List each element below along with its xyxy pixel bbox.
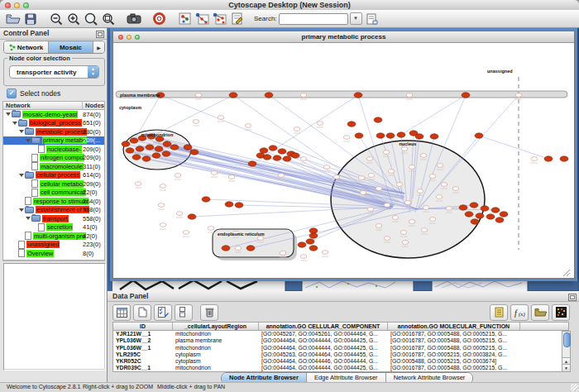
search-dropdown-button[interactable]: ▼ — [350, 12, 362, 25]
panel-splitter[interactable] — [2, 261, 105, 261]
network-node-unselected[interactable] — [135, 182, 141, 186]
network-node-selected[interactable] — [347, 122, 356, 127]
network-node-selected[interactable] — [355, 133, 363, 138]
import-attribute-file-button[interactable] — [531, 304, 549, 321]
attribute-select-button[interactable] — [112, 304, 131, 321]
network-node-selected[interactable] — [188, 214, 196, 219]
network-node-unselected[interactable] — [367, 208, 374, 212]
network-node-selected[interactable] — [465, 212, 473, 217]
network-node-unselected[interactable] — [376, 224, 382, 228]
search-input[interactable] — [279, 13, 348, 25]
network-node-unselected[interactable] — [436, 195, 443, 199]
network-node-unselected[interactable] — [294, 127, 300, 131]
network-node-selected[interactable] — [163, 141, 171, 146]
column-header[interactable]: annotation.GO MOLECULAR_FUNCTION — [388, 323, 520, 330]
network-node-selected[interactable] — [132, 155, 141, 160]
network-node-selected[interactable] — [184, 145, 192, 150]
save-session-button[interactable] — [22, 11, 39, 26]
network-node-unselected[interactable] — [360, 191, 366, 195]
network-node-unselected[interactable] — [183, 231, 189, 235]
scroll-down-button[interactable]: ▼ — [562, 364, 570, 371]
function-builder-button[interactable]: f(x) — [510, 304, 529, 321]
tree-header-nodes[interactable]: Nodes — [83, 102, 104, 109]
tab-network[interactable]: Network — [4, 41, 49, 53]
network-node-selected[interactable] — [386, 133, 395, 138]
network-node-unselected[interactable] — [228, 175, 235, 179]
network-node-unselected[interactable] — [421, 228, 428, 232]
network-node-unselected[interactable] — [396, 183, 403, 187]
network-node-unselected[interactable] — [280, 251, 286, 256]
network-node-selected[interactable] — [376, 133, 385, 138]
network-node-selected[interactable] — [248, 161, 256, 166]
import-network-button[interactable] — [194, 11, 211, 26]
column-header[interactable]: _cellularLayoutRegion — [173, 323, 259, 330]
table-row[interactable]: YPL036W__1mitochondrion[GO:0044464, GO:0… — [113, 345, 568, 351]
network-node-unselected[interactable] — [392, 216, 399, 220]
network-node-selected[interactable] — [229, 93, 237, 98]
network-node-unselected[interactable] — [409, 165, 415, 170]
network-node-unselected[interactable] — [160, 223, 166, 227]
table-row[interactable]: YJR121W__1mitochondrion[GO:0045267, GO:0… — [113, 331, 568, 337]
network-node-selected[interactable] — [260, 148, 268, 153]
network-node-unselected[interactable] — [429, 174, 436, 179]
disclosure-triangle-icon[interactable] — [26, 217, 31, 220]
network-node-unselected[interactable] — [423, 206, 429, 210]
tree-item[interactable]: Overview8(0) — [3, 249, 104, 258]
network-node-unselected[interactable] — [417, 189, 423, 194]
network-node-unselected[interactable] — [368, 174, 375, 178]
scrollbar-thumb[interactable] — [563, 332, 571, 347]
disclosure-triangle-icon[interactable] — [19, 174, 24, 177]
network-node-unselected[interactable] — [531, 157, 538, 161]
open-session-button[interactable] — [4, 11, 22, 26]
network-node-selected[interactable] — [486, 214, 495, 219]
network-node-unselected[interactable] — [218, 116, 224, 120]
network-node-selected[interactable] — [222, 246, 230, 251]
network-window-titlebar[interactable]: primary metabolic process — [113, 31, 574, 43]
network-node-selected[interactable] — [354, 93, 362, 98]
network-node-selected[interactable] — [462, 93, 470, 98]
network-node-selected[interactable] — [136, 146, 144, 151]
network-node-selected[interactable] — [560, 156, 568, 161]
new-network-button[interactable] — [176, 11, 194, 26]
network-node-unselected[interactable] — [400, 231, 407, 235]
network-node-selected[interactable] — [190, 150, 199, 155]
new-attribute-button[interactable] — [133, 304, 151, 321]
float-data-panel-icon[interactable] — [568, 294, 577, 301]
tree-item[interactable]: cell communicat22(0) — [3, 189, 104, 198]
network-node-unselected[interactable] — [245, 124, 251, 128]
network-node-selected[interactable] — [202, 197, 210, 202]
network-node-unselected[interactable] — [300, 255, 307, 259]
table-row[interactable]: YPL036W__2plasma membrane[GO:0044464, GO… — [113, 337, 568, 344]
network-edge[interactable] — [401, 95, 466, 135]
network-node-selected[interactable] — [263, 155, 271, 160]
network-node-unselected[interactable] — [195, 93, 202, 98]
network-node-unselected[interactable] — [446, 207, 452, 211]
matrix-view-button[interactable] — [552, 304, 570, 321]
network-node-selected[interactable] — [471, 219, 479, 224]
search-options-button[interactable] — [364, 11, 381, 26]
tree-item[interactable]: mosaic-demo-yeast874(0) — [3, 110, 104, 119]
disclosure-triangle-icon[interactable] — [19, 130, 24, 133]
tree-item[interactable]: unassigned223(0) — [3, 241, 104, 250]
network-node-unselected[interactable] — [208, 227, 214, 231]
network-node-unselected[interactable] — [515, 93, 522, 98]
disclosure-triangle-icon[interactable] — [12, 122, 17, 125]
network-node-unselected[interactable] — [383, 151, 390, 155]
network-node-selected[interactable] — [155, 146, 163, 151]
zoom-fit-button[interactable] — [82, 11, 99, 26]
resize-grip[interactable] — [571, 384, 578, 391]
network-node-unselected[interactable] — [278, 174, 285, 178]
network-node-unselected[interactable] — [388, 170, 395, 174]
tree-item[interactable]: biological_process651(0) — [3, 119, 104, 128]
network-node-unselected[interactable] — [384, 203, 390, 208]
snapshot-button[interactable] — [125, 11, 142, 26]
network-node-selected[interactable] — [162, 151, 170, 156]
column-header[interactable]: ID — [113, 323, 173, 330]
network-canvas[interactable]: plasma membrane cytoplasm mitochondrion … — [113, 43, 571, 277]
zoom-selected-button[interactable] — [99, 11, 117, 26]
network-node-selected[interactable] — [146, 145, 154, 150]
table-vertical-scrollbar[interactable]: ▲ ▼ — [562, 331, 571, 372]
network-node-selected[interactable] — [476, 213, 484, 218]
network-node-selected[interactable] — [475, 133, 483, 138]
network-node-selected[interactable] — [500, 212, 508, 217]
